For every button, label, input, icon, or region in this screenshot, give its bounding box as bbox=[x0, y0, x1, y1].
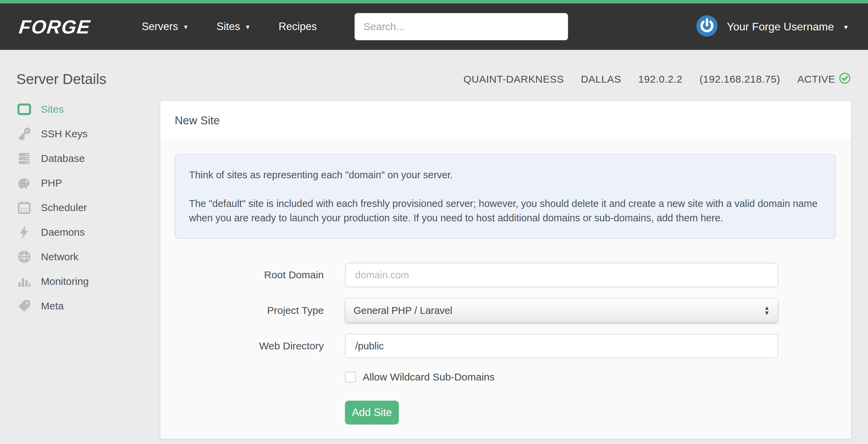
server-region: DALLAS bbox=[581, 73, 621, 85]
web-directory-input[interactable] bbox=[345, 334, 778, 358]
wildcard-row: Allow Wildcard Sub-Domains bbox=[345, 371, 836, 383]
card-header: New Site bbox=[160, 101, 851, 140]
search-input[interactable] bbox=[355, 13, 568, 40]
sidebar-item-label: Meta bbox=[41, 300, 64, 312]
nav-link-sites[interactable]: Sites ▼ bbox=[217, 20, 251, 33]
new-site-form: Root Domain Project Type General PHP / L… bbox=[175, 263, 836, 425]
project-type-select[interactable]: General PHP / Laravel ▲▼ bbox=[345, 298, 778, 323]
sidebar-item-php[interactable]: PHP bbox=[16, 171, 160, 195]
sidebar-item-label: Network bbox=[41, 251, 78, 263]
sidebar-item-label: Monitoring bbox=[41, 276, 89, 287]
page-title: Server Details bbox=[16, 71, 106, 87]
check-circle-icon bbox=[839, 72, 851, 87]
nav-link-label: Recipes bbox=[279, 20, 317, 33]
sidebar-item-label: PHP bbox=[41, 177, 62, 189]
php-elephant-icon bbox=[16, 175, 32, 191]
wildcard-label: Allow Wildcard Sub-Domains bbox=[363, 371, 495, 383]
web-directory-row: Web Directory bbox=[175, 334, 836, 358]
nav-links: Servers ▼ Sites ▼ Recipes bbox=[142, 20, 317, 33]
server-info: QUAINT-DARKNESS DALLAS 192.0.2.2 (192.16… bbox=[463, 72, 851, 87]
server-name: QUAINT-DARKNESS bbox=[463, 73, 564, 85]
web-directory-label: Web Directory bbox=[175, 340, 345, 352]
nav-link-label: Servers bbox=[142, 20, 178, 33]
root-domain-label: Root Domain bbox=[175, 269, 345, 281]
sidebar-item-meta[interactable]: Meta bbox=[16, 294, 160, 318]
browser-window-icon bbox=[16, 101, 32, 117]
bar-chart-icon bbox=[16, 274, 32, 289]
calendar-icon bbox=[16, 200, 32, 216]
project-type-selected-value: General PHP / Laravel bbox=[353, 305, 452, 316]
lightning-bolt-icon bbox=[16, 224, 32, 240]
card-body: Think of sites as representing each "dom… bbox=[160, 140, 851, 439]
page-header: Server Details QUAINT-DARKNESS DALLAS 19… bbox=[0, 50, 868, 101]
chevron-down-icon: ▼ bbox=[843, 24, 849, 31]
sidebar-item-label: Database bbox=[41, 153, 85, 164]
user-menu[interactable]: Your Forge Username ▼ bbox=[696, 15, 849, 39]
project-type-label: Project Type bbox=[175, 305, 345, 316]
sidebar-item-label: Scheduler bbox=[41, 202, 87, 213]
globe-icon bbox=[16, 249, 32, 265]
wildcard-checkbox[interactable] bbox=[345, 372, 356, 383]
sidebar-item-sites[interactable]: Sites bbox=[16, 97, 160, 122]
forge-logo[interactable]: FORGE bbox=[18, 16, 92, 38]
info-paragraph: Think of sites as representing each "dom… bbox=[189, 168, 822, 182]
nav-link-label: Sites bbox=[217, 20, 240, 33]
tag-icon bbox=[16, 298, 32, 314]
sidebar-item-label: SSH Keys bbox=[41, 128, 88, 140]
server-public-ip: 192.0.2.2 bbox=[638, 73, 683, 85]
project-type-row: Project Type General PHP / Laravel ▲▼ bbox=[175, 298, 836, 323]
nav-link-recipes[interactable]: Recipes bbox=[279, 20, 317, 33]
nav-link-servers[interactable]: Servers ▼ bbox=[142, 20, 189, 33]
chevron-down-icon: ▼ bbox=[245, 24, 251, 31]
chevron-down-icon: ▼ bbox=[183, 24, 189, 31]
top-accent-bar bbox=[0, 0, 868, 3]
key-icon bbox=[16, 126, 32, 142]
content-area: Sites SSH Keys bbox=[0, 101, 868, 439]
add-site-button[interactable]: Add Site bbox=[345, 401, 399, 425]
sidebar-item-monitoring[interactable]: Monitoring bbox=[16, 269, 160, 294]
sidebar-item-label: Sites bbox=[41, 103, 64, 115]
username-label: Your Forge Username bbox=[727, 20, 834, 33]
sidebar-item-daemons[interactable]: Daemons bbox=[16, 220, 160, 245]
root-domain-row: Root Domain bbox=[175, 263, 836, 287]
select-arrows-icon: ▲▼ bbox=[764, 305, 770, 316]
power-icon bbox=[696, 15, 718, 39]
new-site-card: New Site Think of sites as representing … bbox=[160, 101, 851, 439]
info-box: Think of sites as representing each "dom… bbox=[175, 154, 836, 239]
navbar: FORGE Servers ▼ Sites ▼ Recipes Your For… bbox=[0, 3, 868, 50]
status-label: ACTIVE bbox=[797, 73, 835, 85]
sidebar-item-scheduler[interactable]: Scheduler bbox=[16, 195, 160, 220]
sidebar-item-network[interactable]: Network bbox=[16, 245, 160, 269]
database-stack-icon bbox=[16, 151, 32, 166]
sidebar-item-ssh-keys[interactable]: SSH Keys bbox=[16, 122, 160, 146]
card-title: New Site bbox=[175, 114, 837, 127]
status-badge: ACTIVE bbox=[797, 72, 851, 87]
root-domain-input[interactable] bbox=[345, 263, 778, 287]
sidebar-item-label: Daemons bbox=[41, 226, 85, 238]
sidebar: Sites SSH Keys bbox=[16, 97, 160, 318]
info-paragraph: The "default" site is included with each… bbox=[189, 196, 822, 225]
server-private-ip: (192.168.218.75) bbox=[699, 73, 780, 85]
sidebar-item-database[interactable]: Database bbox=[16, 146, 160, 171]
